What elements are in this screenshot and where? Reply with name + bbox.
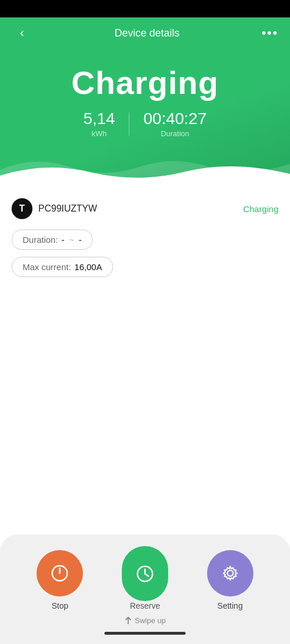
home-indicator: [104, 632, 186, 635]
stop-button[interactable]: Stop: [37, 550, 83, 610]
setting-btn-icon: [207, 550, 253, 596]
page-title: Device details: [114, 27, 179, 39]
status-bar: [0, 0, 290, 17]
duration-pill-label: Duration:: [23, 235, 58, 245]
hero-section: ‹ Device details ••• Charging 5,14 kWh 0…: [0, 17, 290, 184]
charging-status-title: Charging: [12, 64, 278, 101]
clock-icon: [135, 563, 155, 584]
gear-icon: [220, 563, 241, 584]
duration-pill-val2: -: [79, 235, 82, 245]
stop-btn-icon: [37, 550, 83, 596]
svg-line-4: [145, 574, 148, 576]
reserve-btn-icon: [122, 546, 168, 601]
device-left: T PC99IUZTYW: [12, 198, 97, 219]
duration-pill-val1: -: [61, 235, 64, 245]
main-content: T PC99IUZTYW Charging Duration: - ~ - Ma…: [0, 184, 290, 416]
device-id: PC99IUZTYW: [38, 203, 97, 214]
hero-wave: [0, 150, 290, 184]
hero-status: Charging 5,14 kWh 00:40:27 Duration: [0, 46, 290, 150]
energy-unit: kWh: [84, 129, 115, 138]
swipe-up: Swipe up: [0, 610, 290, 630]
bottom-bar: Stop Reserve Setting: [0, 534, 290, 644]
reserve-btn-label: Reserve: [130, 601, 160, 610]
duration-stat: 00:40:27 Duration: [129, 110, 220, 138]
device-icon: T: [12, 198, 32, 219]
energy-value: 5,14: [84, 110, 115, 128]
swipe-up-label: Swipe up: [135, 616, 165, 625]
more-button[interactable]: •••: [262, 26, 278, 41]
back-button[interactable]: ‹: [12, 26, 32, 41]
current-pill[interactable]: Max current: 16,00A: [12, 257, 113, 277]
energy-stat: 5,14 kWh: [70, 110, 129, 138]
hero-stats: 5,14 kWh 00:40:27 Duration: [12, 110, 278, 138]
duration-label: Duration: [143, 129, 206, 138]
action-buttons: Stop Reserve Setting: [0, 546, 290, 610]
svg-point-5: [227, 570, 233, 576]
swipe-up-icon: [124, 617, 132, 625]
device-status: Charging: [243, 204, 278, 214]
duration-pill[interactable]: Duration: - ~ -: [12, 230, 93, 250]
stop-btn-label: Stop: [52, 601, 68, 610]
duration-pill-sep: ~: [69, 235, 74, 245]
current-pill-value: 16,00A: [74, 262, 102, 272]
power-icon: [49, 563, 70, 584]
setting-button[interactable]: Setting: [207, 550, 253, 610]
top-nav: ‹ Device details •••: [0, 17, 290, 46]
setting-btn-label: Setting: [217, 601, 243, 610]
duration-value: 00:40:27: [143, 110, 206, 128]
reserve-button[interactable]: Reserve: [122, 546, 168, 610]
current-pill-label: Max current:: [23, 262, 71, 272]
device-row: T PC99IUZTYW Charging: [12, 198, 278, 219]
